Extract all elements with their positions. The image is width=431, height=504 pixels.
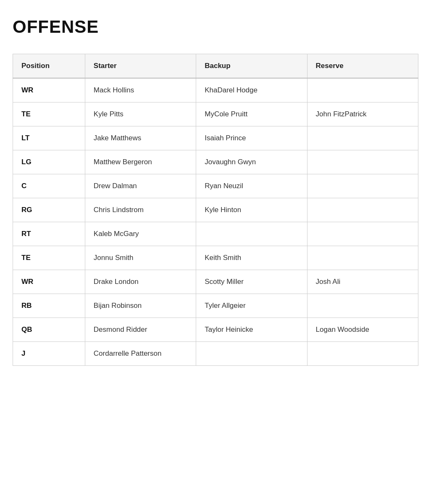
cell-reserve [307,78,418,102]
cell-backup [196,342,307,366]
cell-reserve [307,294,418,318]
cell-backup: KhaDarel Hodge [196,78,307,102]
table-row: JCordarrelle Patterson [13,342,418,366]
cell-reserve: Josh Ali [307,270,418,294]
table-row: CDrew DalmanRyan Neuzil [13,174,418,198]
cell-reserve [307,150,418,174]
cell-reserve: John FitzPatrick [307,102,418,126]
table-row: RGChris LindstromKyle Hinton [13,198,418,222]
cell-backup: Keith Smith [196,246,307,270]
cell-starter: Kyle Pitts [85,102,196,126]
cell-reserve [307,342,418,366]
cell-position: J [13,342,85,366]
table-row: RTKaleb McGary [13,222,418,246]
table-row: RBBijan RobinsonTyler Allgeier [13,294,418,318]
cell-starter: Matthew Bergeron [85,150,196,174]
cell-position: WR [13,78,85,102]
cell-position: C [13,174,85,198]
cell-starter: Desmond Ridder [85,318,196,342]
cell-starter: Jonnu Smith [85,246,196,270]
cell-starter: Chris Lindstrom [85,198,196,222]
header-position: Position [13,54,85,79]
cell-reserve [307,222,418,246]
table-row: QBDesmond RidderTaylor HeinickeLogan Woo… [13,318,418,342]
cell-position: QB [13,318,85,342]
cell-position: LT [13,126,85,150]
cell-reserve [307,246,418,270]
cell-position: TE [13,102,85,126]
cell-starter: Bijan Robinson [85,294,196,318]
cell-reserve: Logan Woodside [307,318,418,342]
cell-starter: Drake London [85,270,196,294]
table-row: LTJake MatthewsIsaiah Prince [13,126,418,150]
header-reserve: Reserve [307,54,418,79]
cell-starter: Jake Matthews [85,126,196,150]
cell-backup: MyCole Pruitt [196,102,307,126]
table-row: TEKyle PittsMyCole PruittJohn FitzPatric… [13,102,418,126]
table-row: LGMatthew BergeronJovaughn Gwyn [13,150,418,174]
cell-position: LG [13,150,85,174]
cell-reserve [307,174,418,198]
header-backup: Backup [196,54,307,79]
roster-table: Position Starter Backup Reserve WRMack H… [13,54,418,366]
cell-backup: Scotty Miller [196,270,307,294]
cell-starter: Kaleb McGary [85,222,196,246]
header-starter: Starter [85,54,196,79]
cell-reserve [307,198,418,222]
cell-reserve [307,126,418,150]
cell-backup: Kyle Hinton [196,198,307,222]
table-row: WRDrake LondonScotty MillerJosh Ali [13,270,418,294]
cell-position: RT [13,222,85,246]
cell-starter: Drew Dalman [85,174,196,198]
table-row: TEJonnu SmithKeith Smith [13,246,418,270]
page-title: OFFENSE [13,17,418,37]
cell-starter: Cordarrelle Patterson [85,342,196,366]
cell-backup: Ryan Neuzil [196,174,307,198]
cell-backup: Isaiah Prince [196,126,307,150]
cell-starter: Mack Hollins [85,78,196,102]
table-row: WRMack HollinsKhaDarel Hodge [13,78,418,102]
cell-backup: Taylor Heinicke [196,318,307,342]
cell-position: RG [13,198,85,222]
cell-position: TE [13,246,85,270]
table-header-row: Position Starter Backup Reserve [13,54,418,79]
cell-backup: Tyler Allgeier [196,294,307,318]
cell-position: RB [13,294,85,318]
cell-position: WR [13,270,85,294]
cell-backup: Jovaughn Gwyn [196,150,307,174]
cell-backup [196,222,307,246]
